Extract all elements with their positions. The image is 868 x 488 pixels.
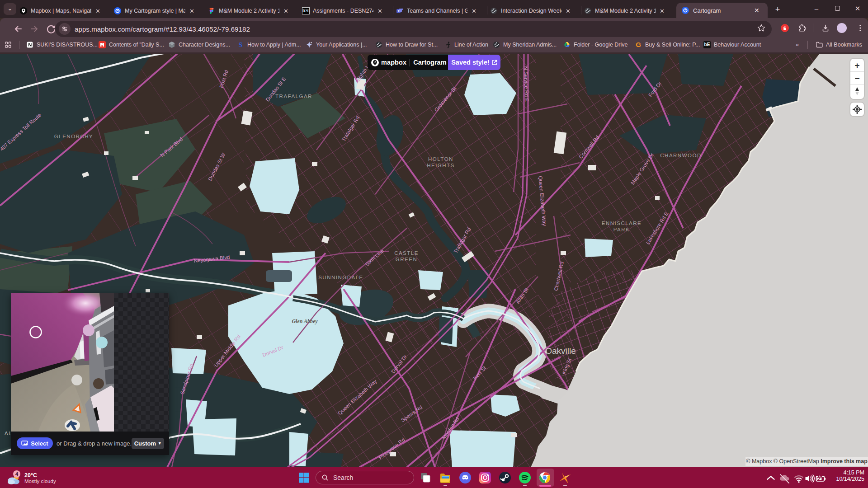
svg-text:CHARNWOOD: CHARNWOOD [660,153,701,158]
svg-text:GLENORCHY: GLENORCHY [54,134,93,139]
svg-text:HOLTON: HOLTON [428,156,453,162]
svg-text:HEIGHTS: HEIGHTS [427,163,455,168]
svg-text:Oakville: Oakville [545,346,576,356]
svg-text:CASTLE: CASTLE [394,250,419,256]
svg-text:Glen Abbey: Glen Abbey [292,318,318,324]
svg-text:T: T [397,9,399,13]
svg-text:TRAFALGAR: TRAFALGAR [275,94,312,99]
svg-text:PARK: PARK [613,227,630,232]
svg-text:ENNISCLARE: ENNISCLARE [602,221,642,226]
svg-text:GREEN: GREEN [396,257,417,262]
svg-text:SUNNINGDALE: SUNNINGDALE [318,275,363,280]
